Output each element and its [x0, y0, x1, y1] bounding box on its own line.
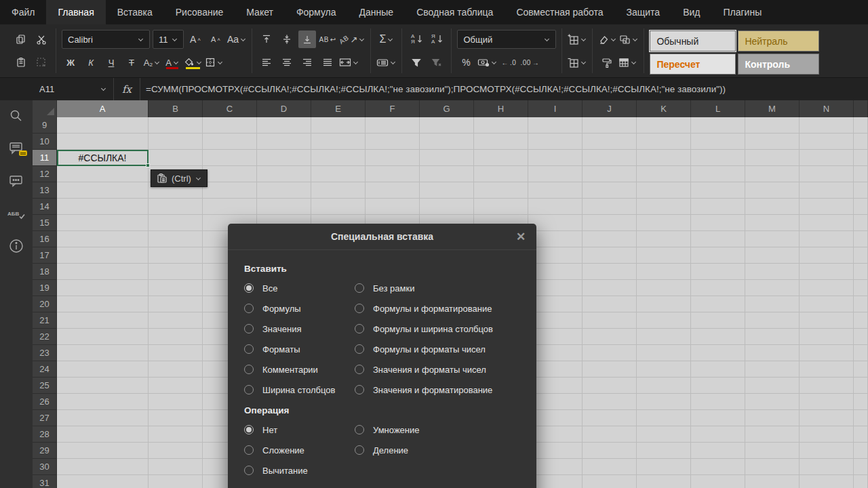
cell-K14[interactable]	[637, 199, 691, 215]
cell-K22[interactable]	[637, 329, 691, 345]
cell-N25[interactable]	[800, 378, 854, 394]
cell-B20[interactable]	[149, 296, 203, 312]
cell-B27[interactable]	[149, 410, 203, 426]
cell-L26[interactable]	[691, 394, 745, 410]
align-top-button[interactable]	[258, 30, 275, 48]
cell-K25[interactable]	[637, 378, 691, 394]
cell-A9[interactable]	[57, 117, 149, 134]
spellcheck-icon[interactable]: АБВ	[7, 205, 25, 222]
cell-K9[interactable]	[637, 117, 691, 134]
cell-N27[interactable]	[800, 410, 854, 426]
chat-icon[interactable]	[7, 172, 25, 190]
cell-L21[interactable]	[691, 312, 745, 329]
cell-K19[interactable]	[637, 280, 691, 296]
cell-J25[interactable]	[583, 378, 637, 394]
radio-option-Значения и форматы чисел[interactable]: Значения и форматы чисел	[355, 359, 493, 380]
radio-icon[interactable]	[355, 304, 364, 313]
cell-J26[interactable]	[583, 394, 637, 410]
cell-partial-10[interactable]	[854, 134, 868, 150]
cell-I18[interactable]	[528, 264, 583, 280]
cell-I10[interactable]	[528, 134, 583, 150]
insert-function-button[interactable]: fx	[114, 78, 140, 100]
row-header-17[interactable]: 17	[33, 247, 57, 264]
copy-style-button[interactable]	[619, 30, 638, 48]
cell-L10[interactable]	[691, 134, 745, 150]
cell-B28[interactable]	[149, 426, 203, 443]
cell-I28[interactable]	[528, 426, 583, 443]
radio-icon[interactable]	[355, 445, 364, 455]
radio-icon[interactable]	[244, 283, 254, 293]
cell-N11[interactable]	[800, 150, 854, 166]
cell-F14[interactable]	[366, 199, 420, 215]
cell-partial-16[interactable]	[854, 231, 868, 247]
merge-cells-button[interactable]	[339, 54, 359, 71]
column-header-M[interactable]: M	[745, 100, 800, 117]
cell-L9[interactable]	[691, 117, 745, 134]
cell-I12[interactable]	[528, 166, 583, 182]
cell-A29[interactable]	[57, 443, 149, 459]
accounting-style-button[interactable]	[477, 54, 497, 71]
text-orientation-button[interactable]: AB↗	[339, 30, 365, 48]
cell-N24[interactable]	[800, 361, 854, 378]
increase-font-button[interactable]: A˄	[186, 30, 204, 48]
cell-E11[interactable]	[311, 150, 366, 166]
cell-partial-24[interactable]	[854, 361, 868, 378]
sort-ascending-button[interactable]: АЯ	[408, 30, 425, 48]
cell-partial-31[interactable]	[854, 475, 868, 488]
cell-L22[interactable]	[691, 329, 745, 345]
row-header-30[interactable]: 30	[33, 459, 57, 475]
cell-L31[interactable]	[691, 475, 745, 488]
cell-A26[interactable]	[57, 394, 149, 410]
radio-icon[interactable]	[244, 385, 254, 394]
cell-J17[interactable]	[583, 247, 637, 264]
cell-I21[interactable]	[528, 312, 583, 329]
row-header-19[interactable]: 19	[33, 280, 57, 296]
cell-J16[interactable]	[583, 231, 637, 247]
cell-partial-12[interactable]	[854, 166, 868, 182]
cell-style-Контроль[interactable]: Контроль	[738, 54, 819, 75]
cell-J21[interactable]	[583, 312, 637, 329]
cell-C14[interactable]	[203, 199, 257, 215]
cell-A28[interactable]	[57, 426, 149, 443]
close-icon[interactable]: ✕	[515, 230, 527, 243]
cell-B21[interactable]	[149, 312, 203, 329]
cut-button[interactable]	[33, 30, 50, 48]
cell-partial-27[interactable]	[854, 410, 868, 426]
cell-I31[interactable]	[528, 475, 583, 488]
cell-N16[interactable]	[800, 231, 854, 247]
menu-tab-Формула[interactable]: Формула	[285, 0, 348, 24]
column-header-partial[interactable]	[854, 100, 868, 117]
cell-L13[interactable]	[691, 182, 745, 199]
align-right-button[interactable]	[298, 54, 316, 71]
row-header-11[interactable]: 11	[33, 150, 57, 166]
menu-tab-Сводная таблица[interactable]: Сводная таблица	[405, 0, 505, 24]
radio-option-Значения[interactable]: Значения	[244, 319, 355, 339]
cell-J22[interactable]	[583, 329, 637, 345]
menu-tab-Главная[interactable]: Главная	[46, 0, 105, 24]
cell-J31[interactable]	[583, 475, 637, 488]
cell-M11[interactable]	[745, 150, 800, 166]
radio-icon[interactable]	[355, 324, 364, 333]
column-header-E[interactable]: E	[311, 100, 366, 117]
formula-input[interactable]: =СУММ(ПРОСМОТРХ(#ССЫЛКА!;#ССЫЛКА!;#ССЫЛК…	[140, 78, 868, 100]
cell-N15[interactable]	[800, 215, 854, 231]
cell-H14[interactable]	[474, 199, 528, 215]
radio-icon[interactable]	[355, 283, 364, 293]
font-name-select[interactable]: Calibri	[62, 30, 150, 49]
cell-M28[interactable]	[745, 426, 800, 443]
cell-H9[interactable]	[474, 117, 528, 134]
filter-button[interactable]	[408, 54, 425, 71]
row-header-26[interactable]: 26	[33, 394, 57, 410]
cell-partial-22[interactable]	[854, 329, 868, 345]
row-header-12[interactable]: 12	[33, 166, 57, 182]
cell-B9[interactable]	[149, 117, 203, 134]
cell-D10[interactable]	[257, 134, 311, 150]
cell-I20[interactable]	[528, 296, 583, 312]
dialog-title-bar[interactable]: Специальная вставка ✕	[228, 224, 536, 250]
cell-A13[interactable]	[57, 182, 149, 199]
cell-N22[interactable]	[800, 329, 854, 345]
cell-I11[interactable]	[528, 150, 583, 166]
cell-partial-11[interactable]	[854, 150, 868, 166]
row-header-25[interactable]: 25	[33, 378, 57, 394]
cell-A30[interactable]	[57, 459, 149, 475]
